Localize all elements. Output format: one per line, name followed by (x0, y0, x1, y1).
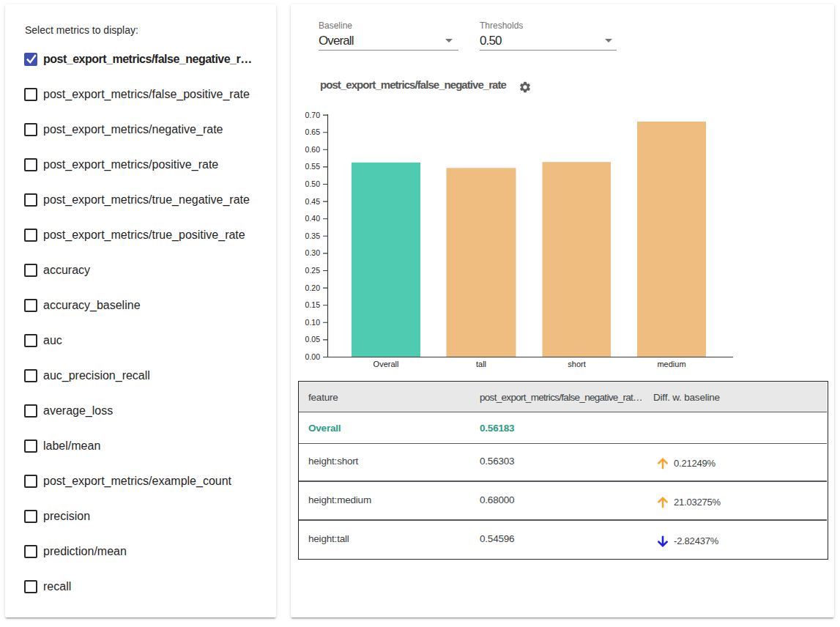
svg-text:0.70: 0.70 (305, 111, 321, 119)
svg-text:0.00: 0.00 (305, 352, 321, 361)
svg-text:0.60: 0.60 (305, 145, 321, 154)
svg-text:0.10: 0.10 (305, 318, 321, 327)
svg-text:0.35: 0.35 (305, 231, 321, 240)
svg-text:0.30: 0.30 (305, 248, 321, 257)
svg-text:0.05: 0.05 (305, 335, 321, 344)
svg-text:tall: tall (476, 360, 486, 368)
svg-text:0.25: 0.25 (305, 266, 321, 275)
svg-text:0.15: 0.15 (305, 300, 321, 309)
svg-text:Overall: Overall (373, 360, 399, 368)
svg-text:0.65: 0.65 (305, 127, 321, 136)
svg-text:short: short (568, 360, 585, 368)
svg-text:0.55: 0.55 (305, 162, 321, 171)
svg-text:0.45: 0.45 (305, 197, 321, 206)
svg-text:0.40: 0.40 (305, 214, 321, 223)
svg-text:0.20: 0.20 (305, 283, 321, 292)
svg-text:medium: medium (657, 360, 685, 368)
svg-text:0.50: 0.50 (305, 179, 321, 188)
